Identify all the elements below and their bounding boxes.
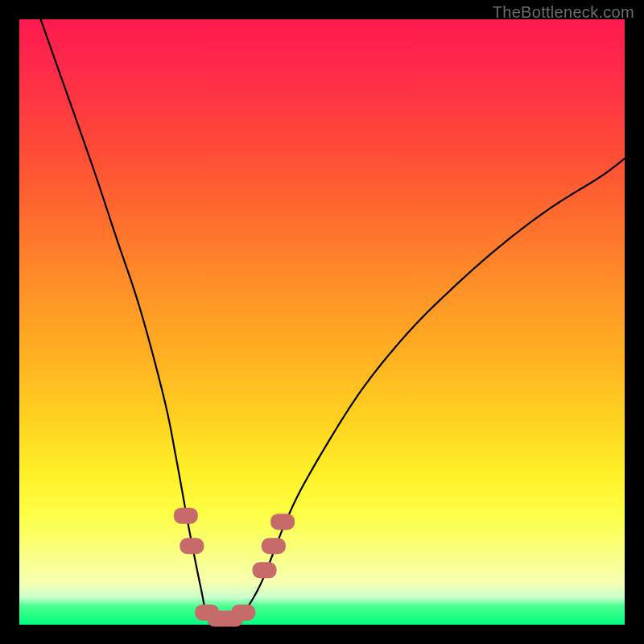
bottleneck-curve <box>19 0 625 619</box>
watermark-text: TheBottleneck.com <box>493 3 634 22</box>
chart-frame: TheBottleneck.com <box>0 0 644 644</box>
curve-layer <box>19 19 625 625</box>
marker-flat-4 <box>231 605 255 621</box>
marker-right-lower <box>253 562 277 578</box>
marker-left-lower <box>180 538 204 554</box>
marker-left-upper <box>174 508 198 524</box>
plot-area <box>19 19 625 625</box>
marker-right-upper <box>270 514 295 530</box>
marker-right-mid <box>262 538 286 554</box>
